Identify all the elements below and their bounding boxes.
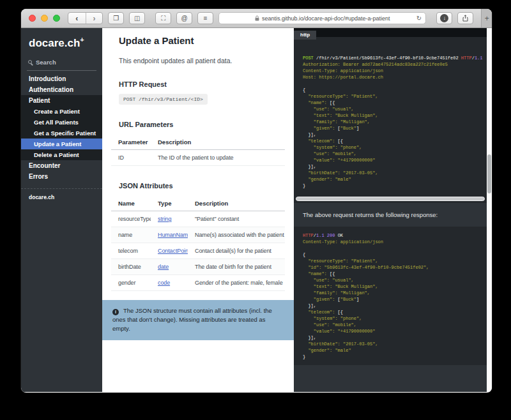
code-line: Content-Type: application/json	[303, 68, 487, 74]
table-cell: The ID of the patient to update	[151, 150, 285, 166]
plus-icon: +	[485, 14, 489, 23]
type-link[interactable]: HumanName	[158, 232, 188, 238]
sidebar-footer-link[interactable]: docare.ch	[21, 189, 102, 206]
code-line: POST /fhir/v3/Patient/5b9613fc-43ef-4f90…	[303, 55, 487, 61]
share-button[interactable]	[457, 12, 473, 24]
search-input[interactable]	[36, 59, 89, 66]
code-line: "telecom": [{	[303, 309, 487, 315]
column-header: Parameter	[111, 135, 151, 150]
table-cell: ID	[111, 150, 151, 166]
code-line: "resourceType": "Patient",	[303, 93, 487, 100]
horizontal-scrollbar-thumb[interactable]	[296, 197, 485, 201]
json-attributes-table: NameTypeDescriptionresourceTypestring"Pa…	[111, 196, 285, 291]
code-line: "use": "mobile",	[303, 151, 487, 157]
browser-toolbar: ‹ › ❐ ◫ ⛶ @ ≡ seantis.github.io/docare-a…	[21, 9, 492, 28]
code-line: }	[303, 354, 487, 360]
code-line: "use": "usual",	[303, 106, 487, 112]
code-line: "id": "5b9613fc-43ef-4f90-bf10-9cbe7451f…	[303, 264, 487, 271]
notice-text: The JSON structure must contain all attr…	[112, 307, 272, 332]
code-line: "resourceType": "Patient",	[303, 258, 487, 264]
table-cell: Contact detail(s) for the patient	[188, 243, 285, 259]
sidebar-item-patient[interactable]: Patient	[21, 95, 102, 106]
sidebar-item-get-all-patients[interactable]: Get All Patients	[21, 117, 102, 128]
table-cell: gender	[111, 275, 151, 291]
column-header: Description	[188, 196, 285, 211]
info-icon: i	[112, 309, 119, 315]
type-link[interactable]: date	[158, 264, 169, 270]
language-tabbar: http	[294, 28, 487, 37]
code-line: "name": [{	[303, 100, 487, 106]
docs-content: Update a Patient This endpoint updates a…	[102, 28, 294, 392]
response-intro-text: The above request returns the following …	[303, 211, 438, 218]
at-icon: @	[181, 15, 188, 22]
close-button[interactable]	[29, 15, 36, 22]
http-request-heading: HTTP Request	[102, 64, 294, 88]
code-line: "value": "+41790000000"	[303, 157, 487, 163]
forward-button[interactable]: ›	[86, 13, 103, 24]
url-parameters-heading: URL Parameters	[102, 105, 294, 128]
code-line: "gender": "male"	[303, 347, 487, 354]
code-line: "system": "phone",	[303, 144, 487, 151]
column-header: Name	[111, 196, 151, 211]
type-link[interactable]: string	[158, 216, 171, 222]
search-box[interactable]	[27, 54, 96, 71]
code-line: "birthDate": "2017-03-05",	[303, 341, 487, 347]
table-row: IDThe ID of the patient to update	[111, 150, 285, 166]
code-line: }],	[303, 334, 487, 341]
code-line: "use": "usual",	[303, 277, 487, 283]
new-tab-button[interactable]: +	[481, 9, 492, 27]
downloads-button[interactable]: ↓	[436, 12, 452, 24]
code-panel: http POST /fhir/v3/Patient/5b9613fc-43ef…	[294, 28, 487, 392]
logo-text: docare.ch	[29, 37, 80, 49]
table-row: birthDatedateThe date of birth for the p…	[111, 259, 285, 275]
browser-window: ‹ › ❐ ◫ ⛶ @ ≡ seantis.github.io/docare-a…	[21, 9, 492, 393]
code-line: "given": ["Buck"]	[303, 125, 487, 131]
panel-bottom-spacer	[294, 365, 487, 392]
code-line: Content-Type: application/json	[303, 239, 487, 245]
code-line: {	[303, 87, 487, 93]
sidebar-item-encounter[interactable]: Encounter	[21, 160, 102, 171]
tab-overview-button[interactable]: ❐	[108, 12, 124, 24]
back-button[interactable]: ‹	[68, 13, 86, 24]
sidebar-item-errors[interactable]: Errors	[21, 171, 102, 182]
reader-button[interactable]: ≡	[197, 12, 213, 24]
code-line	[303, 245, 487, 251]
sidebar-item-get-a-specific-patient[interactable]: Get a Specific Patient	[21, 128, 102, 139]
endpoint-description: This endpoint updates all patient data.	[102, 46, 294, 64]
table-cell: string	[151, 211, 188, 227]
response-intro: The above request returns the following …	[294, 203, 487, 227]
horizontal-scrollbar	[294, 194, 487, 203]
sidebar-item-create-a-patient[interactable]: Create a Patient	[21, 106, 102, 117]
page: docare.ch+ IntroductionAuthenticationPat…	[21, 28, 492, 392]
sidebar-toggle-icon: ◫	[134, 15, 140, 22]
code-line: "given": ["Buck"]	[303, 296, 487, 303]
code-line: "system": "phone",	[303, 315, 487, 322]
table-row: telecomContactPointContact detail(s) for…	[111, 243, 285, 259]
table-cell: ContactPoint	[151, 243, 188, 259]
share-icon	[462, 15, 468, 22]
logo-plus: +	[80, 36, 84, 43]
docs-sidebar: docare.ch+ IntroductionAuthenticationPat…	[21, 28, 102, 392]
table-cell: telecom	[111, 243, 151, 259]
minimize-button[interactable]	[41, 15, 48, 22]
forward-icon: ›	[93, 14, 95, 23]
sidebar-item-introduction[interactable]: Introduction	[21, 73, 102, 84]
site-logo[interactable]: docare.ch+	[21, 28, 102, 54]
code-line: "telecom": [{	[303, 138, 487, 144]
sidebar-item-authentication[interactable]: Authentication	[21, 84, 102, 95]
page-title: Update a Patient	[102, 28, 294, 46]
code-line: "gender": "male"	[303, 176, 487, 183]
type-link[interactable]: code	[158, 280, 170, 286]
zoom-button[interactable]	[53, 15, 60, 22]
type-link[interactable]: ContactPoint	[158, 248, 188, 254]
refresh-button[interactable]: ↻	[416, 15, 422, 22]
at-sign-button[interactable]: @	[176, 12, 192, 24]
table-cell: Name(s) associated with the patient	[188, 227, 285, 243]
json-attributes-heading: JSON Attributes	[102, 166, 294, 190]
sidebar-item-delete-a-patient[interactable]: Delete a Patient	[21, 149, 102, 160]
sidebar-item-update-a-patient[interactable]: Update a Patient	[21, 139, 102, 149]
page-scale-button[interactable]: ⛶	[155, 12, 171, 24]
sidebar-toggle-button[interactable]: ◫	[129, 12, 145, 24]
address-bar[interactable]: seantis.github.io/docare-api-doc/#update…	[218, 12, 426, 24]
page-scrollbar-thumb[interactable]	[487, 154, 491, 193]
